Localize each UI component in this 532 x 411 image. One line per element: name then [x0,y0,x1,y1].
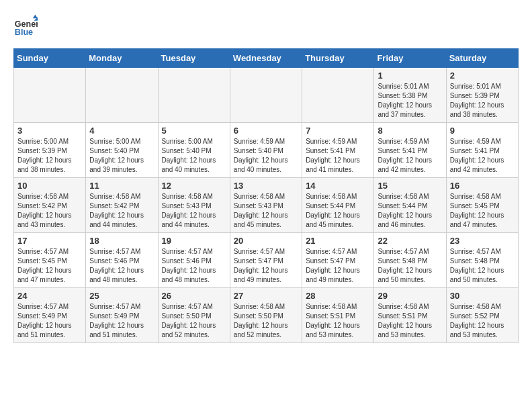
calendar-cell: 16Sunrise: 4:58 AM Sunset: 5:45 PM Dayli… [446,178,518,233]
calendar-cell: 9Sunrise: 4:59 AM Sunset: 5:41 PM Daylig… [446,123,518,178]
day-number: 28 [306,291,370,301]
calendar-cell: 25Sunrise: 4:57 AM Sunset: 5:49 PM Dayli… [86,288,158,343]
logo: General Blue [13,13,40,38]
calendar-cell: 19Sunrise: 4:57 AM Sunset: 5:46 PM Dayli… [158,233,230,288]
calendar-cell: 2Sunrise: 5:01 AM Sunset: 5:39 PM Daylig… [446,68,518,123]
day-info: Sunrise: 4:59 AM Sunset: 5:41 PM Dayligh… [450,137,515,175]
day-info: Sunrise: 5:00 AM Sunset: 5:40 PM Dayligh… [162,137,226,175]
calendar-cell [14,68,86,123]
calendar-cell: 13Sunrise: 4:58 AM Sunset: 5:43 PM Dayli… [230,178,302,233]
calendar-cell: 26Sunrise: 4:57 AM Sunset: 5:50 PM Dayli… [158,288,230,343]
day-info: Sunrise: 4:57 AM Sunset: 5:48 PM Dayligh… [450,247,515,285]
day-info: Sunrise: 5:01 AM Sunset: 5:39 PM Dayligh… [450,82,515,120]
day-number: 4 [89,126,154,136]
day-number: 20 [234,236,298,246]
day-number: 8 [378,126,442,136]
day-info: Sunrise: 4:58 AM Sunset: 5:42 PM Dayligh… [17,192,82,230]
day-number: 17 [17,236,82,246]
calendar-cell: 27Sunrise: 4:58 AM Sunset: 5:50 PM Dayli… [230,288,302,343]
calendar-cell: 1Sunrise: 5:01 AM Sunset: 5:38 PM Daylig… [374,68,446,123]
day-number: 10 [17,181,82,191]
col-header-sunday: Sunday [14,49,86,68]
calendar-cell: 18Sunrise: 4:57 AM Sunset: 5:46 PM Dayli… [86,233,158,288]
day-number: 26 [162,291,226,301]
calendar-cell: 10Sunrise: 4:58 AM Sunset: 5:42 PM Dayli… [14,178,86,233]
logo-icon: General Blue [13,13,38,38]
day-info: Sunrise: 4:58 AM Sunset: 5:51 PM Dayligh… [306,302,370,340]
day-info: Sunrise: 5:00 AM Sunset: 5:39 PM Dayligh… [17,137,82,175]
calendar-cell [158,68,230,123]
day-info: Sunrise: 4:57 AM Sunset: 5:48 PM Dayligh… [378,247,442,285]
day-info: Sunrise: 4:58 AM Sunset: 5:43 PM Dayligh… [234,192,298,230]
calendar-cell: 5Sunrise: 5:00 AM Sunset: 5:40 PM Daylig… [158,123,230,178]
calendar-cell [86,68,158,123]
calendar-cell: 4Sunrise: 5:00 AM Sunset: 5:40 PM Daylig… [86,123,158,178]
calendar-cell [302,68,374,123]
calendar-cell: 22Sunrise: 4:57 AM Sunset: 5:48 PM Dayli… [374,233,446,288]
day-info: Sunrise: 4:57 AM Sunset: 5:46 PM Dayligh… [162,247,226,285]
day-number: 2 [450,71,515,81]
day-number: 15 [378,181,442,191]
calendar-cell [230,68,302,123]
day-number: 30 [450,291,515,301]
day-info: Sunrise: 4:57 AM Sunset: 5:49 PM Dayligh… [17,302,82,340]
day-number: 6 [234,126,298,136]
svg-marker-2 [33,15,38,18]
calendar-cell: 8Sunrise: 4:59 AM Sunset: 5:41 PM Daylig… [374,123,446,178]
day-number: 12 [162,181,226,191]
calendar-cell: 6Sunrise: 4:59 AM Sunset: 5:40 PM Daylig… [230,123,302,178]
col-header-tuesday: Tuesday [158,49,230,68]
day-number: 22 [378,236,442,246]
calendar-cell: 30Sunrise: 4:58 AM Sunset: 5:52 PM Dayli… [446,288,518,343]
day-number: 21 [306,236,370,246]
calendar-week-2: 3Sunrise: 5:00 AM Sunset: 5:39 PM Daylig… [14,123,519,178]
calendar-cell: 20Sunrise: 4:57 AM Sunset: 5:47 PM Dayli… [230,233,302,288]
calendar-cell: 12Sunrise: 4:58 AM Sunset: 5:43 PM Dayli… [158,178,230,233]
day-info: Sunrise: 4:57 AM Sunset: 5:47 PM Dayligh… [306,247,370,285]
day-number: 24 [17,291,82,301]
day-number: 9 [450,126,515,136]
day-info: Sunrise: 4:57 AM Sunset: 5:47 PM Dayligh… [234,247,298,285]
day-info: Sunrise: 4:58 AM Sunset: 5:52 PM Dayligh… [450,302,515,340]
day-info: Sunrise: 4:58 AM Sunset: 5:44 PM Dayligh… [306,192,370,230]
day-info: Sunrise: 4:57 AM Sunset: 5:46 PM Dayligh… [89,247,154,285]
calendar-week-3: 10Sunrise: 4:58 AM Sunset: 5:42 PM Dayli… [14,178,519,233]
day-info: Sunrise: 4:58 AM Sunset: 5:43 PM Dayligh… [162,192,226,230]
day-number: 1 [378,71,442,81]
calendar-cell: 3Sunrise: 5:00 AM Sunset: 5:39 PM Daylig… [14,123,86,178]
calendar-cell: 15Sunrise: 4:58 AM Sunset: 5:44 PM Dayli… [374,178,446,233]
svg-text:Blue: Blue [15,28,33,37]
day-info: Sunrise: 4:58 AM Sunset: 5:50 PM Dayligh… [234,302,298,340]
day-number: 29 [378,291,442,301]
calendar-cell: 24Sunrise: 4:57 AM Sunset: 5:49 PM Dayli… [14,288,86,343]
day-info: Sunrise: 5:01 AM Sunset: 5:38 PM Dayligh… [378,82,442,120]
calendar-week-1: 1Sunrise: 5:01 AM Sunset: 5:38 PM Daylig… [14,68,519,123]
calendar-cell: 7Sunrise: 4:59 AM Sunset: 5:41 PM Daylig… [302,123,374,178]
day-number: 7 [306,126,370,136]
col-header-thursday: Thursday [302,49,374,68]
day-number: 25 [89,291,154,301]
calendar-cell: 29Sunrise: 4:58 AM Sunset: 5:51 PM Dayli… [374,288,446,343]
calendar-cell: 28Sunrise: 4:58 AM Sunset: 5:51 PM Dayli… [302,288,374,343]
day-info: Sunrise: 4:58 AM Sunset: 5:44 PM Dayligh… [378,192,442,230]
day-number: 23 [450,236,515,246]
page-header: General Blue [13,13,519,38]
day-number: 27 [234,291,298,301]
calendar-table: SundayMondayTuesdayWednesdayThursdayFrid… [13,48,519,343]
day-number: 16 [450,181,515,191]
calendar-cell: 14Sunrise: 4:58 AM Sunset: 5:44 PM Dayli… [302,178,374,233]
day-number: 3 [17,126,82,136]
day-number: 13 [234,181,298,191]
day-number: 14 [306,181,370,191]
day-number: 18 [89,236,154,246]
day-info: Sunrise: 4:59 AM Sunset: 5:40 PM Dayligh… [234,137,298,175]
calendar-cell: 21Sunrise: 4:57 AM Sunset: 5:47 PM Dayli… [302,233,374,288]
day-info: Sunrise: 4:57 AM Sunset: 5:50 PM Dayligh… [162,302,226,340]
day-info: Sunrise: 5:00 AM Sunset: 5:40 PM Dayligh… [89,137,154,175]
day-info: Sunrise: 4:58 AM Sunset: 5:51 PM Dayligh… [378,302,442,340]
col-header-friday: Friday [374,49,446,68]
calendar-cell: 23Sunrise: 4:57 AM Sunset: 5:48 PM Dayli… [446,233,518,288]
day-info: Sunrise: 4:59 AM Sunset: 5:41 PM Dayligh… [378,137,442,175]
calendar-week-5: 24Sunrise: 4:57 AM Sunset: 5:49 PM Dayli… [14,288,519,343]
calendar-week-4: 17Sunrise: 4:57 AM Sunset: 5:45 PM Dayli… [14,233,519,288]
